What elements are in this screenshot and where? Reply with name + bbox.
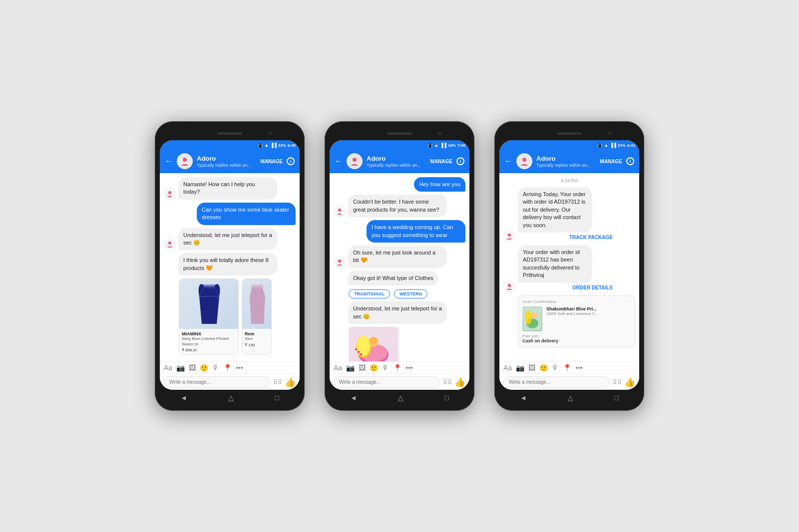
font-icon-1[interactable]: Aa (164, 364, 172, 372)
image-icon-3[interactable]: 🖼 (528, 364, 535, 372)
speaker-3 (557, 132, 582, 135)
like-icon-3[interactable]: 👍 (624, 377, 635, 388)
message-input-3[interactable] (503, 376, 610, 388)
back-button-1[interactable]: ← (165, 157, 173, 166)
svg-point-12 (353, 158, 357, 162)
battery-p2: 19% (448, 143, 456, 148)
location-icon-3[interactable]: 📍 (563, 364, 571, 372)
camera-1 (268, 131, 272, 135)
home-nav-3[interactable]: △ (568, 394, 573, 402)
info-button-2[interactable]: i (456, 157, 464, 165)
svg-point-3 (168, 191, 171, 194)
recent-nav-1[interactable]: □ (275, 394, 279, 402)
back-nav-1[interactable]: ◄ (180, 394, 187, 402)
home-nav-2[interactable]: △ (398, 394, 403, 402)
product-card-1b[interactable]: Rem Slee ₹ 150 (242, 278, 272, 355)
bot-logo-3b (505, 282, 514, 291)
bubble-user-2a: Hey how are you (414, 177, 465, 192)
bubble-container-3a: Arriving Today, Your order with order id… (518, 187, 617, 242)
back-button-3[interactable]: ← (504, 157, 512, 166)
camera-icon-1[interactable]: 📷 (176, 364, 185, 372)
msg-row-bot-1a: Namaste! How can I help you today? (164, 177, 296, 200)
header-info-2: Adoro Typically replies within an... (367, 155, 426, 168)
back-button-2[interactable]: ← (335, 157, 343, 166)
camera-2 (438, 131, 442, 135)
order-details-link[interactable]: ORDER DETAILS (518, 283, 617, 292)
info-button-3[interactable]: i (626, 157, 634, 165)
time-p3: 6:41 (627, 143, 635, 148)
message-input-2[interactable] (334, 376, 440, 388)
back-nav-2[interactable]: ◄ (350, 394, 357, 402)
toolbar-3: Aa 📷 🖼 🙂 🎙 📍 ••• (499, 361, 639, 373)
bubble-bot-3b: Your order with order id AD197312 has be… (518, 245, 592, 283)
mic-icon-3[interactable]: 🎙 (552, 364, 559, 372)
recent-nav-2[interactable]: □ (444, 394, 448, 402)
adoro-logo-1 (178, 155, 191, 168)
manage-button-2[interactable]: MANAGE (430, 159, 452, 164)
bot-logo-2a (335, 207, 344, 216)
saree-container (334, 327, 465, 361)
input-area-3: ⠿⠿ 👍 (499, 373, 639, 390)
svg-point-25 (360, 353, 362, 355)
info-button-1[interactable]: i (287, 157, 295, 165)
bot-avatar-1b (164, 238, 176, 250)
svg-point-32 (508, 284, 511, 287)
chat-area-1: Namaste! How can I help you today? Can y… (160, 173, 300, 361)
bubble-bot-3a: Arriving Today, Your order with order id… (518, 187, 592, 233)
manage-button-1[interactable]: MANAGE (261, 159, 283, 164)
track-package-link[interactable]: TRACK PACKAGE (518, 233, 617, 242)
camera-icon-3[interactable]: 📷 (516, 364, 524, 372)
signal-icon-3: ▐▐ (610, 143, 616, 148)
product-card-1a[interactable]: MIAMINX Navy Blue Colored Printed Skater… (179, 278, 239, 355)
adoro-logo-3 (518, 155, 531, 168)
back-nav-3[interactable]: ◄ (520, 394, 527, 402)
grid-icon-1[interactable]: ⠿⠿ (273, 379, 282, 386)
emoji-icon-2[interactable]: 🙂 (370, 364, 378, 372)
svg-point-24 (358, 351, 360, 353)
paid-method-3: Cash on delivery (522, 338, 631, 343)
order-card-title-3: Order Confirmation (522, 299, 631, 304)
wifi-icon-3: ▲ (604, 143, 608, 148)
more-icon-2[interactable]: ••• (405, 364, 413, 372)
phone-3: 📳 ▲ ▐▐ 23% 6:41 ← Adoro (494, 121, 644, 411)
more-icon-1[interactable]: ••• (236, 364, 243, 372)
battery-p1: 22% (278, 143, 286, 148)
emoji-icon-1[interactable]: 🙂 (200, 364, 208, 372)
svg-point-16 (338, 260, 341, 263)
message-input-1[interactable] (164, 376, 270, 388)
recent-nav-3[interactable]: □ (614, 394, 618, 402)
location-icon-2[interactable]: 📍 (393, 364, 401, 372)
grid-icon-3[interactable]: ⠿⠿ (613, 379, 622, 386)
svg-point-26 (355, 348, 357, 350)
product-info-1b: Rem Slee ₹ 150 (242, 329, 271, 349)
mic-icon-2[interactable]: 🎙 (382, 364, 389, 372)
location-icon-1[interactable]: 📍 (223, 364, 232, 372)
messenger-header-1: ← Adoro Typically replies within an... M… (160, 150, 300, 173)
like-icon-1[interactable]: 👍 (285, 377, 296, 388)
quick-reply-traditional[interactable]: TRADITIONAL (349, 289, 390, 298)
manage-button-3[interactable]: MANAGE (600, 159, 622, 164)
svg-marker-9 (250, 286, 265, 324)
grid-icon-2[interactable]: ⠿⠿ (443, 379, 452, 386)
bot-logo-2b (335, 258, 344, 266)
order-name-3: Shakumbhari Blue Pri... (546, 306, 631, 311)
svg-point-35 (525, 310, 532, 324)
home-nav-1[interactable]: △ (228, 394, 234, 402)
bot-avatar-3b (503, 280, 515, 292)
like-icon-2[interactable]: 👍 (454, 377, 465, 388)
signal-icon-2: ▐▐ (440, 143, 446, 148)
font-icon-3[interactable]: Aa (503, 364, 512, 372)
emoji-icon-3[interactable]: 🙂 (539, 364, 548, 372)
camera-icon-2[interactable]: 📷 (346, 364, 355, 372)
product-info-1a: MIAMINX Navy Blue Colored Printed Skater… (179, 329, 238, 354)
svg-rect-10 (251, 284, 263, 288)
svg-point-36 (531, 312, 537, 318)
mic-icon-1[interactable]: 🎙 (212, 364, 219, 372)
image-icon-2[interactable]: 🖼 (359, 364, 366, 372)
more-icon-3[interactable]: ••• (575, 364, 583, 372)
quick-reply-western[interactable]: WESTERN (394, 289, 427, 298)
font-icon-2[interactable]: Aa (334, 364, 342, 372)
speaker-2 (387, 132, 412, 135)
svg-point-21 (357, 336, 370, 356)
image-icon-1[interactable]: 🖼 (189, 364, 196, 372)
